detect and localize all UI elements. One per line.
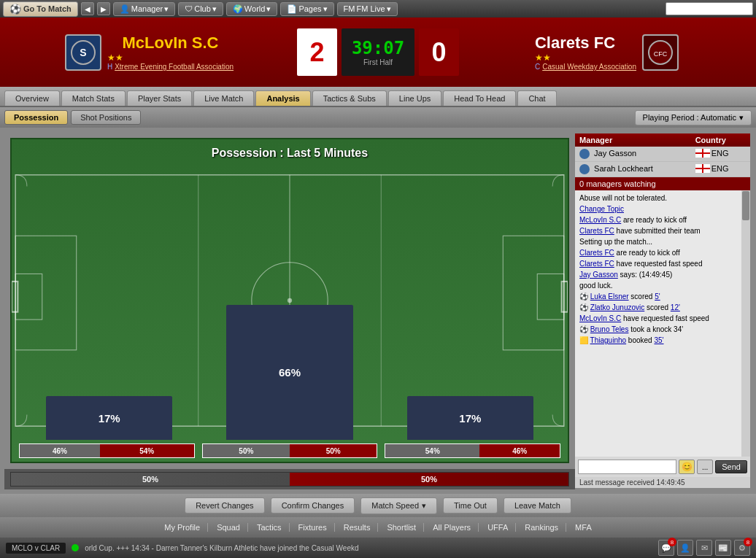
manager-1-country: ENG [691, 147, 750, 162]
home-assoc[interactable]: H Xtreme Evening Football Association [107, 63, 234, 71]
chat-area: Abuse will not be tolerated. Change Topi… [575, 190, 750, 457]
tab-player-stats[interactable]: Player Stats [127, 90, 192, 106]
top-toolbar: ⚽ Go To Match ◀ ▶ 👤 Manager▾ 🛡 Club▾ 🌍 W… [0, 0, 756, 18]
chat-badge: 8 [668, 538, 676, 546]
chat-scrollbar-thumb[interactable] [742, 191, 749, 220]
svg-text:CFC: CFC [654, 50, 668, 58]
chat-msg-9: ⚽ Zlatko Junuzovic scored 12' [579, 303, 746, 312]
settings-status-icon[interactable]: ⚙ 8 [734, 540, 750, 556]
manager-row-2: Sarah Lockheart ENG [575, 162, 750, 177]
fm-icon: FM [344, 4, 355, 13]
tab-head-to-head[interactable]: Head To Head [443, 90, 516, 106]
tab-chat[interactable]: Chat [517, 90, 556, 106]
confirm-changes-button[interactable]: Confirm Changes [271, 497, 355, 514]
stats-mid: 50% 50% [202, 443, 378, 458]
club-menu[interactable]: 🛡 Club▾ [178, 2, 223, 16]
bar-left: 17% [46, 396, 172, 440]
chat-msg-change-topic[interactable]: Change Topic [579, 204, 746, 214]
manager-1-avatar [579, 149, 590, 159]
footer-rankings[interactable]: Rankings [517, 523, 566, 532]
tab-line-ups[interactable]: Line Ups [388, 90, 441, 106]
manager-menu[interactable]: 👤 Manager▾ [113, 2, 175, 16]
sub-tab-shot-positions[interactable]: Shot Positions [71, 110, 141, 125]
time-out-button[interactable]: Time Out [443, 497, 498, 514]
footer-mfa[interactable]: MFA [568, 523, 599, 532]
match-speed-button[interactable]: Match Speed ▾ [360, 497, 437, 514]
chat-status-icon[interactable]: 💬 8 [658, 540, 674, 556]
chat-msg-7: good luck. [579, 281, 746, 290]
home-stars: ★★ [107, 53, 234, 63]
nav-forward-button[interactable]: ▶ [97, 2, 110, 15]
stats-left: 46% 54% [19, 443, 195, 458]
footer-nav: My Profile Squad Tactics Fixtures Result… [0, 517, 756, 538]
tab-overview[interactable]: Overview [4, 90, 60, 106]
score-area: 2 39:07 First Half 0 [297, 28, 459, 76]
watching-bar: 0 managers watching [575, 177, 750, 190]
tab-match-stats[interactable]: Match Stats [61, 90, 126, 106]
home-score: 2 [297, 28, 337, 76]
emoji-button[interactable]: 😊 [679, 460, 695, 474]
chat-msg-3: Setting up the match... [579, 237, 746, 247]
tab-analysis[interactable]: Analysis [255, 90, 310, 106]
section-left: 17% [19, 168, 199, 440]
pitch-area: Possession : Last 5 Minutes [10, 138, 569, 463]
assoc-icon2: C [535, 63, 540, 71]
footer-all-players[interactable]: All Players [425, 523, 479, 532]
chat-input[interactable] [578, 460, 676, 474]
footer-results[interactable]: Results [336, 523, 379, 532]
chat-msg-2: Clarets FC have submitted their team [579, 226, 746, 236]
chat-scrollbar[interactable] [741, 190, 750, 457]
stat-right-home: 54% [385, 444, 479, 457]
possession-title: Possession : Last 5 Minutes [12, 139, 568, 167]
chat-msg-1: McLovIn S.C are ready to kick off [579, 215, 746, 225]
pages-menu[interactable]: 📄 Pages▾ [280, 2, 333, 16]
footer-tactics[interactable]: Tactics [250, 523, 290, 532]
chat-msg-5: Clarets FC have requested fast speed [579, 259, 746, 268]
manager-2-country: ENG [691, 162, 750, 177]
tab-tactics-subs[interactable]: Tactics & Subs [312, 90, 387, 106]
away-assoc[interactable]: C Casual Weekday Association [535, 63, 636, 71]
manager-2-avatar [579, 164, 590, 174]
footer-my-profile[interactable]: My Profile [157, 523, 208, 532]
status-online-indicator [72, 544, 79, 551]
chat-msg-6: Jay Gasson says: (14:49:45) [579, 270, 746, 279]
fm-live-menu[interactable]: FM FM Live▾ [337, 2, 398, 16]
footer-fixtures[interactable]: Fixtures [291, 523, 335, 532]
right-panel: Manager Country Jay Gasson ENG [575, 133, 750, 488]
news-status-icon[interactable]: 📰 [715, 540, 731, 556]
go-to-match-button[interactable]: ⚽ Go To Match [3, 1, 78, 17]
stat-left-home: 46% [20, 444, 100, 457]
home-team-name: McLovIn S.C [107, 34, 234, 53]
chat-msg-abuse: Abuse will not be tolerated. [579, 193, 746, 203]
away-score: 0 [419, 28, 459, 76]
section-mid: 66% [199, 168, 379, 440]
more-options-button[interactable]: ... [697, 460, 713, 474]
footer-squad[interactable]: Squad [209, 523, 248, 532]
send-button[interactable]: Send [715, 460, 747, 473]
world-menu[interactable]: 🌍 World▾ [226, 2, 278, 16]
assoc-icon: H [107, 63, 112, 71]
status-bar: MCLO v CLAR orld Cup. +++ 14:34 - Darren… [0, 538, 756, 558]
search-input[interactable] [666, 2, 753, 15]
tab-live-match[interactable]: Live Match [193, 90, 254, 106]
chat-msg-4: Clarets FC are ready to kick off [579, 248, 746, 257]
section-stats-row: 46% 54% 50% 50% 54% 46% [19, 443, 560, 458]
mail-status-icon[interactable]: ✉ [696, 540, 712, 556]
revert-changes-button[interactable]: Revert Changes [185, 497, 265, 514]
england-flag-2 [695, 164, 710, 173]
footer-shortlist[interactable]: Shortlist [379, 523, 424, 532]
playing-period-button[interactable]: Playing Period : Automatic ▾ [635, 110, 752, 125]
leave-match-button[interactable]: Leave Match [504, 497, 571, 514]
sub-tabs-bar: Possession Shot Positions Playing Period… [0, 107, 756, 128]
sub-tab-possession[interactable]: Possession [4, 110, 68, 125]
nav-tabs: Overview Match Stats Player Stats Live M… [0, 87, 756, 107]
away-team-logo: CFC [642, 34, 679, 71]
away-team: Clarets FC ★★ C Casual Weekday Associati… [465, 34, 749, 71]
section-right: 17% [380, 168, 560, 440]
chat-input-area: 😊 ... Send [575, 457, 750, 477]
nav-back-button[interactable]: ◀ [81, 2, 94, 15]
profile-status-icon[interactable]: 👤 [677, 540, 693, 556]
england-flag-1 [695, 149, 710, 158]
chevron-down-icon-2: ▾ [422, 501, 426, 511]
footer-uffa[interactable]: UFFA [480, 523, 516, 532]
